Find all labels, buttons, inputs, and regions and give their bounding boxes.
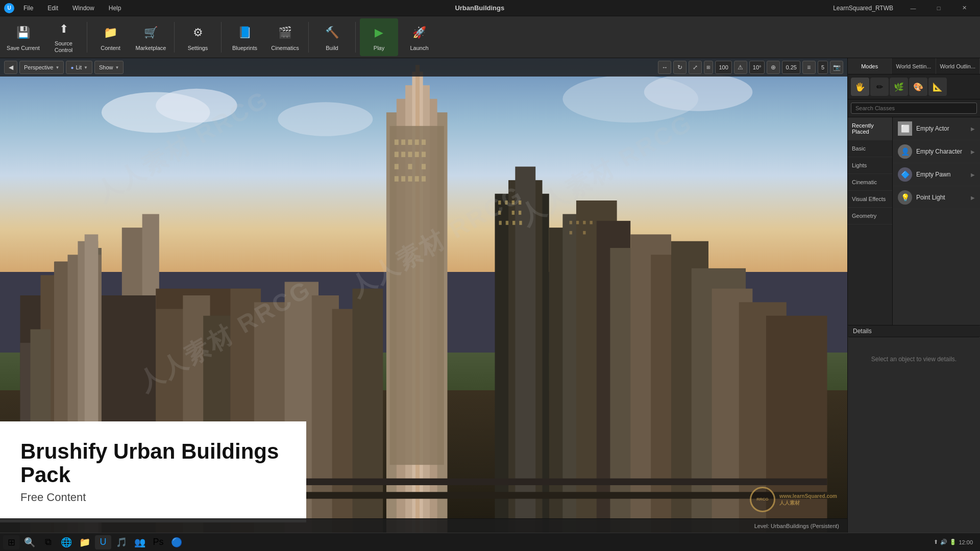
- toolbar-cinematics[interactable]: 🎬 Cinematics: [266, 18, 304, 56]
- item-empty-pawn[interactable]: 🔷 Empty Pawn ▶: [893, 163, 980, 186]
- blueprints-icon: 📘: [235, 22, 255, 43]
- placement-content: Recently Placed Basic Lights Cinematic V…: [848, 117, 980, 325]
- svg-rect-35: [422, 176, 426, 182]
- vp-camera-btn[interactable]: 📷: [830, 61, 843, 74]
- toolbar-source-control[interactable]: ⬆ Source Control: [44, 18, 83, 56]
- svg-rect-79: [583, 221, 585, 224]
- vp-layers-btn[interactable]: ≡: [802, 61, 816, 74]
- vp-show-btn[interactable]: Show ▼: [94, 61, 124, 74]
- level-status: Level: UrbanBuildings (Persistent): [754, 523, 839, 529]
- settings-icon: ⚙: [188, 22, 208, 43]
- vp-rotate-btn[interactable]: ↻: [673, 61, 687, 74]
- svg-rect-25: [408, 152, 412, 157]
- vp-arrow-btn[interactable]: ◀: [4, 61, 17, 74]
- category-cinematic[interactable]: Cinematic: [848, 174, 892, 191]
- viewport[interactable]: 人人素材 RRCG 人人素材 RRCG 人人素材 RRCG 人人素材 RRCG …: [0, 58, 847, 533]
- vp-toggle-btn[interactable]: ⊞: [704, 61, 713, 74]
- svg-rect-30: [422, 164, 426, 169]
- source-control-icon: ⬆: [54, 20, 74, 39]
- chevron-icon: ▼: [55, 65, 59, 70]
- item-empty-character[interactable]: 👤 Empty Character ▶: [893, 140, 980, 163]
- mode-geometry[interactable]: 📐: [928, 78, 947, 96]
- toolbar-content[interactable]: 📁 Content: [91, 18, 130, 56]
- vp-grid-btn[interactable]: ⚠: [734, 61, 747, 74]
- empty-actor-label: Empty Actor: [916, 125, 967, 132]
- category-recently-placed[interactable]: Recently Placed: [848, 117, 892, 140]
- category-visual-effects[interactable]: Visual Effects: [848, 191, 892, 208]
- main-area: 人人素材 RRCG 人人素材 RRCG 人人素材 RRCG 人人素材 RRCG …: [0, 58, 980, 533]
- cinematics-icon: 🎬: [275, 22, 296, 43]
- vp-snap-btn[interactable]: ⊕: [767, 61, 780, 74]
- item-empty-actor[interactable]: ⬜ Empty Actor ▶: [893, 117, 980, 140]
- maximize-button[interactable]: □: [927, 0, 950, 16]
- tab-world-settings[interactable]: World Settin...: [892, 58, 936, 74]
- search-input[interactable]: [851, 103, 977, 114]
- modes-toolbar: 🖐 ✏ 🌿 🎨 📐: [848, 74, 980, 99]
- toolbar-sep-2: [174, 22, 175, 53]
- empty-character-icon: 👤: [898, 144, 912, 159]
- tab-modes[interactable]: Modes: [848, 58, 892, 74]
- rrcg-logo: RRCG www.learnSquared.com人人素材: [750, 487, 837, 512]
- vp-transform-btn[interactable]: ↔: [658, 61, 671, 74]
- vp-lit-btn[interactable]: ● Lit ▼: [66, 61, 92, 74]
- empty-character-label: Empty Character: [916, 148, 967, 155]
- svg-rect-82: [583, 231, 585, 235]
- teams-button[interactable]: 👥: [132, 535, 148, 549]
- toolbar-launch[interactable]: 🚀 Launch: [400, 18, 438, 56]
- svg-rect-71: [512, 211, 514, 215]
- vp-snap-angle: 10°: [749, 61, 765, 74]
- categories-panel: Recently Placed Basic Lights Cinematic V…: [848, 117, 893, 325]
- tab-world-outliner[interactable]: World Outlin...: [936, 58, 980, 74]
- svg-point-87: [278, 102, 373, 136]
- menu-window[interactable]: Window: [67, 0, 100, 16]
- svg-point-86: [644, 73, 753, 111]
- menu-edit[interactable]: Edit: [42, 0, 63, 16]
- svg-rect-22: [422, 139, 426, 145]
- toolbar-settings[interactable]: ⚙ Settings: [179, 18, 217, 56]
- mode-placement[interactable]: 🖐: [851, 78, 869, 96]
- svg-rect-33: [408, 176, 412, 182]
- play-icon: ▶: [369, 22, 389, 43]
- toolbar-save[interactable]: 💾 Save Current: [4, 18, 42, 56]
- menu-help[interactable]: Help: [104, 0, 127, 16]
- toolbar-play[interactable]: ▶ Play: [360, 18, 398, 56]
- svg-rect-26: [415, 152, 419, 157]
- mode-paint[interactable]: ✏: [870, 78, 889, 96]
- marketplace-label: Marketplace: [136, 45, 166, 52]
- svg-rect-27: [422, 152, 426, 157]
- mode-foliage[interactable]: 🎨: [909, 78, 927, 96]
- toolbar-marketplace[interactable]: 🛒 Marketplace: [132, 18, 170, 56]
- spotify-button[interactable]: 🎵: [113, 535, 130, 549]
- svg-rect-74: [506, 221, 508, 225]
- toolbar-sep-3: [221, 22, 222, 53]
- vp-perspective-btn[interactable]: Perspective ▼: [19, 61, 64, 74]
- photoshop-button[interactable]: Ps: [150, 535, 166, 549]
- minimize-button[interactable]: —: [901, 0, 925, 16]
- vp-scale-btn[interactable]: ⤢: [689, 61, 702, 74]
- item-point-light[interactable]: 💡 Point Light ▶: [893, 186, 980, 209]
- svg-rect-75: [512, 221, 515, 225]
- start-button[interactable]: ⊞: [3, 535, 19, 549]
- panel-header: Modes World Settin... World Outlin...: [848, 58, 980, 74]
- chevron-icon-2: ▼: [84, 65, 88, 70]
- explorer-button[interactable]: 📁: [77, 535, 93, 549]
- category-basic[interactable]: Basic: [848, 140, 892, 157]
- other-button[interactable]: 🔵: [168, 535, 185, 549]
- svg-rect-31: [395, 176, 399, 182]
- category-lights[interactable]: Lights: [848, 157, 892, 174]
- chrome-button[interactable]: 🌐: [58, 535, 75, 549]
- toolbar-build[interactable]: 🔨 Build: [313, 18, 351, 56]
- taskview-button[interactable]: ⧉: [40, 535, 56, 549]
- toolbar-blueprints[interactable]: 📘 Blueprints: [226, 18, 264, 56]
- close-button[interactable]: ✕: [952, 0, 976, 16]
- vp-grid-size: 5: [818, 61, 828, 74]
- mode-landscape[interactable]: 🌿: [890, 78, 908, 96]
- category-geometry[interactable]: Geometry: [848, 208, 892, 224]
- menu-file[interactable]: File: [18, 0, 38, 16]
- svg-point-84: [156, 89, 237, 122]
- search-button[interactable]: 🔍: [21, 535, 38, 549]
- details-panel: Details Select an object to view details…: [848, 325, 980, 533]
- empty-actor-icon: ⬜: [898, 121, 912, 136]
- svg-rect-77: [570, 221, 572, 224]
- ue4-taskbar-button[interactable]: U: [95, 535, 111, 549]
